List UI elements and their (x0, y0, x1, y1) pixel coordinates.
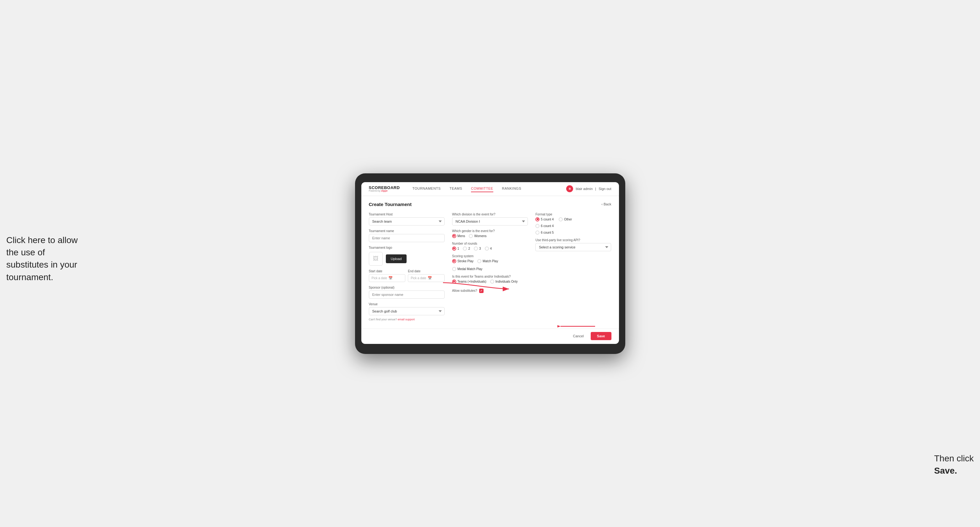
end-date-field: End date Pick a date 📅 (408, 270, 445, 282)
gender-radio-group: Mens Womens (452, 234, 528, 238)
scoring-field: Scoring system Stroke Play Match Play (452, 254, 528, 271)
tournament-host-label: Tournament Host (369, 213, 445, 216)
api-field: Use third-party live scoring API? Select… (535, 238, 611, 251)
venue-label: Venue (369, 302, 445, 306)
gender-label: Which gender is the event for? (452, 229, 528, 233)
sponsor-input[interactable] (369, 290, 445, 299)
teams-radio[interactable] (452, 279, 456, 284)
tablet-device: SCOREBOARD Powered by clippd TOURNAMENTS… (355, 173, 625, 354)
venue-select[interactable]: Search golf club (369, 307, 445, 315)
logo-powered-by: Powered by clippd (369, 190, 400, 192)
save-button[interactable]: Save (591, 332, 611, 340)
rounds-3-radio[interactable] (474, 246, 478, 251)
end-date-label: End date (408, 270, 445, 273)
cancel-button[interactable]: Cancel (570, 332, 587, 340)
api-select[interactable]: Select a scoring service (535, 243, 611, 251)
rounds-4[interactable]: 4 (485, 246, 492, 251)
format-6count5[interactable]: 6 count 5 (535, 230, 611, 235)
scoring-radio-group: Stroke Play Match Play Medal Match Play (452, 259, 528, 271)
nav-signout[interactable]: Sign out (598, 187, 611, 190)
teams-radio-group: Teams (+Individuals) Individuals Only (452, 279, 528, 284)
form-grid: Tournament Host Search team Tournament n… (369, 213, 611, 321)
substitutes-field: Allow substitutes? (452, 289, 528, 293)
page-content: Create Tournament ‹ Back Tournament Host… (361, 196, 619, 326)
api-label: Use third-party live scoring API? (535, 238, 611, 242)
start-date-text: Pick a date (372, 276, 387, 280)
format-label: Format type (535, 213, 611, 216)
gender-womens[interactable]: Womens (469, 234, 487, 238)
nav-user-area: B blair admin | Sign out (566, 185, 611, 192)
gender-womens-radio[interactable] (469, 234, 473, 238)
scoring-medal[interactable]: Medal Match Play (452, 267, 482, 271)
navbar: SCOREBOARD Powered by clippd TOURNAMENTS… (361, 182, 619, 196)
rounds-4-radio[interactable] (485, 246, 489, 251)
nav-tournaments[interactable]: TOURNAMENTS (412, 185, 441, 192)
teams-label: Is this event for Teams and/or Individua… (452, 275, 528, 278)
tournament-logo-field: Tournament logo 🖼 Upload (369, 246, 445, 266)
venue-email-link[interactable]: email support (398, 318, 415, 321)
format-options: 5 count 4 Other 6 count 4 (535, 217, 611, 235)
format-5count4-radio[interactable] (535, 217, 539, 221)
scoring-match[interactable]: Match Play (477, 259, 498, 263)
scoring-stroke-radio[interactable] (452, 259, 456, 263)
form-col-3: Format type 5 count 4 Other (535, 213, 611, 321)
rounds-2-radio[interactable] (463, 246, 467, 251)
format-6count4[interactable]: 6 count 4 (535, 224, 611, 228)
scoring-label: Scoring system (452, 254, 528, 258)
tournament-name-label: Tournament name (369, 229, 445, 233)
format-6count4-radio[interactable] (535, 224, 539, 228)
annotation-right: Then click Save. (934, 452, 974, 477)
gender-mens-radio[interactable] (452, 234, 456, 238)
individuals-radio[interactable] (490, 279, 494, 284)
start-date-input[interactable]: Pick a date 📅 (369, 274, 406, 282)
substitutes-checkbox[interactable] (479, 289, 484, 293)
logo-scoreboard: SCOREBOARD (369, 186, 400, 190)
scoring-medal-radio[interactable] (452, 267, 456, 271)
page-footer: Cancel Save (361, 329, 619, 344)
teams-field: Is this event for Teams and/or Individua… (452, 275, 528, 284)
format-5count4[interactable]: 5 count 4 (535, 217, 554, 221)
format-other[interactable]: Other (558, 217, 572, 221)
scoring-stroke[interactable]: Stroke Play (452, 259, 474, 263)
end-date-text: Pick a date (410, 276, 426, 280)
division-select[interactable]: NCAA Division I (452, 217, 528, 225)
page-title: Create Tournament (369, 202, 412, 207)
gender-womens-label: Womens (474, 234, 487, 238)
sponsor-field: Sponsor (optional) (369, 286, 445, 299)
rounds-3[interactable]: 3 (474, 246, 481, 251)
format-field: Format type 5 count 4 Other (535, 213, 611, 235)
rounds-1-radio[interactable] (452, 246, 456, 251)
calendar-icon-end: 📅 (428, 276, 432, 280)
rounds-2[interactable]: 2 (463, 246, 470, 251)
tournament-host-field: Tournament Host Search team (369, 213, 445, 225)
division-field: Which division is the event for? NCAA Di… (452, 213, 528, 225)
form-col-1: Tournament Host Search team Tournament n… (369, 213, 445, 321)
teams-option[interactable]: Teams (+Individuals) (452, 279, 487, 284)
back-button[interactable]: ‹ Back (601, 202, 611, 206)
tournament-name-input[interactable] (369, 234, 445, 242)
nav-logo: SCOREBOARD Powered by clippd (369, 186, 400, 192)
division-label: Which division is the event for? (452, 213, 528, 216)
scoring-match-radio[interactable] (477, 259, 481, 263)
nav-username: blair admin (576, 187, 593, 190)
nav-rankings[interactable]: RANKINGS (502, 185, 521, 192)
tournament-name-field: Tournament name (369, 229, 445, 242)
venue-hint: Can't find your venue? email support (369, 318, 445, 321)
format-other-radio[interactable] (558, 217, 563, 221)
date-row: Start date Pick a date 📅 End date Pick a… (369, 270, 445, 282)
gender-mens[interactable]: Mens (452, 234, 465, 238)
rounds-1[interactable]: 1 (452, 246, 459, 251)
upload-button[interactable]: Upload (386, 254, 407, 263)
end-date-input[interactable]: Pick a date 📅 (408, 274, 445, 282)
format-6count5-radio[interactable] (535, 230, 539, 235)
tournament-host-select[interactable]: Search team (369, 217, 445, 225)
format-row-1: 5 count 4 Other (535, 217, 611, 221)
nav-committee[interactable]: COMMITTEE (471, 185, 493, 192)
rounds-field: Number of rounds 1 2 (452, 242, 528, 251)
logo-uploader: 🖼 Upload (369, 252, 445, 266)
substitutes-label: Allow substitutes? (452, 289, 477, 292)
nav-teams[interactable]: TEAMS (450, 185, 462, 192)
individuals-option[interactable]: Individuals Only (490, 279, 518, 284)
start-date-field: Start date Pick a date 📅 (369, 270, 406, 282)
page-header: Create Tournament ‹ Back (369, 202, 611, 207)
